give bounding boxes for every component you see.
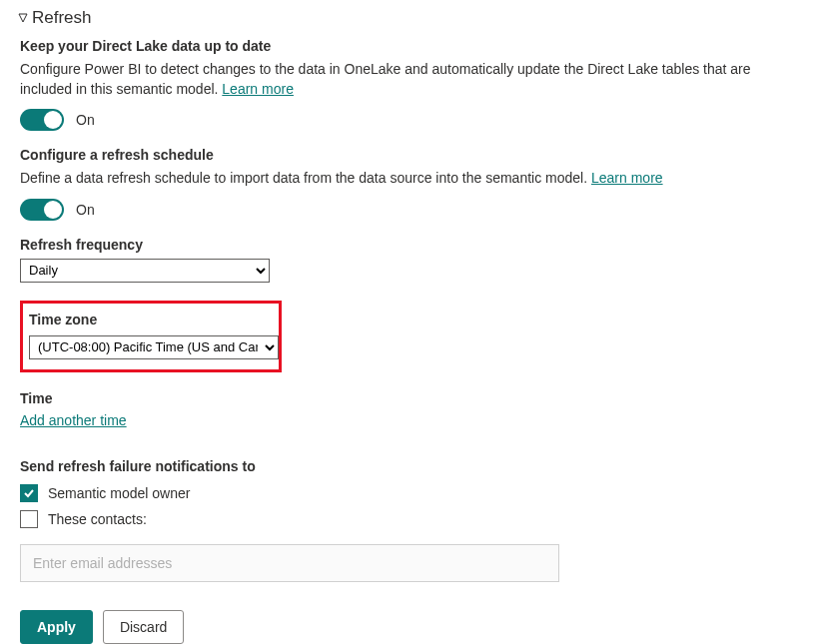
- schedule-toggle[interactable]: [20, 199, 64, 221]
- apply-button[interactable]: Apply: [20, 610, 93, 644]
- timezone-label: Time zone: [29, 312, 273, 327]
- owner-checkbox[interactable]: [20, 484, 38, 502]
- frequency-label: Refresh frequency: [20, 237, 799, 253]
- frequency-select[interactable]: Daily: [20, 259, 270, 283]
- contacts-checkbox-label: These contacts:: [48, 511, 147, 527]
- direct-lake-description: Configure Power BI to detect changes to …: [20, 60, 799, 99]
- timezone-select[interactable]: (UTC-08:00) Pacific Time (US and Canada): [29, 335, 279, 359]
- schedule-heading: Configure a refresh schedule: [20, 147, 799, 163]
- contacts-email-input[interactable]: [20, 544, 559, 582]
- schedule-toggle-label: On: [76, 202, 95, 218]
- direct-lake-toggle[interactable]: [20, 109, 64, 131]
- schedule-description: Define a data refresh schedule to import…: [20, 169, 799, 189]
- discard-button[interactable]: Discard: [103, 610, 184, 644]
- timezone-highlight-box: Time zone (UTC-08:00) Pacific Time (US a…: [20, 301, 282, 372]
- direct-lake-learn-more-link[interactable]: Learn more: [222, 81, 294, 97]
- contacts-checkbox[interactable]: [20, 510, 38, 528]
- notify-heading: Send refresh failure notifications to: [20, 458, 799, 474]
- section-title: Refresh: [32, 8, 92, 28]
- direct-lake-toggle-label: On: [76, 112, 95, 128]
- check-icon: [23, 487, 35, 499]
- direct-lake-heading: Keep your Direct Lake data up to date: [20, 38, 799, 54]
- section-header-refresh[interactable]: Refresh: [18, 8, 799, 28]
- collapse-caret-icon: [18, 13, 28, 23]
- schedule-learn-more-link[interactable]: Learn more: [591, 170, 663, 186]
- time-label: Time: [20, 390, 799, 406]
- add-another-time-link[interactable]: Add another time: [20, 412, 127, 428]
- owner-checkbox-label: Semantic model owner: [48, 485, 190, 501]
